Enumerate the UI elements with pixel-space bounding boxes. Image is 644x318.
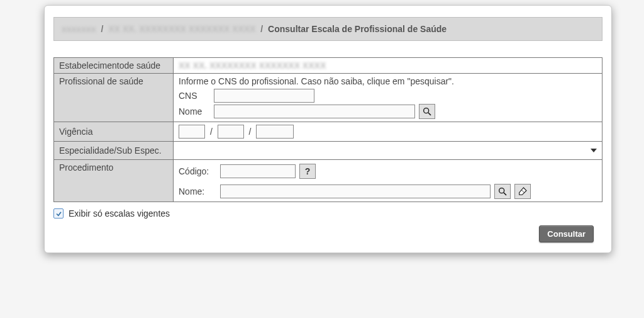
especialidade-cell	[174, 142, 602, 160]
codigo-input[interactable]	[220, 164, 296, 178]
breadcrumb-separator: /	[258, 24, 265, 34]
svg-point-2	[499, 188, 504, 193]
exibir-vigentes-checkbox[interactable]	[53, 208, 64, 219]
magnifier-icon	[497, 186, 508, 196]
date-separator: /	[247, 127, 254, 137]
date-separator: /	[208, 127, 215, 137]
vigencia-month-input[interactable]	[218, 125, 244, 139]
chevron-down-icon	[591, 149, 597, 152]
eraser-icon	[518, 186, 528, 196]
checkbox-row: Exibir só escalas vigentes	[53, 208, 602, 219]
label-especialidade: Especialidade/Sub Espec.	[54, 142, 174, 160]
cns-input[interactable]	[214, 89, 314, 103]
breadcrumb-item-1[interactable]: xxxxxxx	[62, 24, 96, 34]
breadcrumb-separator: /	[98, 24, 106, 34]
svg-point-0	[424, 108, 429, 113]
svg-line-3	[504, 193, 506, 195]
vigencia-year-input[interactable]	[256, 125, 294, 139]
label-procedimento: Procedimento	[54, 160, 174, 202]
search-profissional-button[interactable]	[419, 104, 435, 119]
profissional-hint: Informe o CNS do profissional. Caso não …	[179, 76, 597, 86]
breadcrumb-current: Consultar Escala de Profissional de Saúd…	[268, 24, 447, 34]
breadcrumb: xxxxxxx / XX XX. XXXXXXXX XXXXXXX XXXX /…	[53, 17, 602, 41]
especialidade-select[interactable]	[175, 143, 601, 158]
search-procedimento-button[interactable]	[494, 184, 511, 199]
label-estabelecimento: Estabelecimentode saúde	[54, 58, 174, 74]
clear-procedimento-button[interactable]	[514, 184, 531, 199]
svg-line-1	[428, 113, 431, 115]
magnifier-icon	[422, 106, 432, 116]
vigencia-cell: / /	[174, 122, 602, 142]
check-icon	[55, 210, 62, 217]
vigencia-day-input[interactable]	[179, 125, 205, 139]
procedimento-nome-label: Nome:	[179, 186, 216, 196]
form-table: Estabelecimentode saúde XX XX. XXXXXXXX …	[53, 57, 602, 202]
profissional-cell: Informe o CNS do profissional. Caso não …	[174, 74, 602, 122]
nome-label: Nome	[179, 106, 210, 116]
question-icon: ?	[305, 166, 311, 176]
procedimento-nome-input[interactable]	[220, 185, 491, 198]
nome-input[interactable]	[214, 105, 415, 118]
procedimento-cell: Código: ? Nome:	[174, 160, 602, 202]
exibir-vigentes-label: Exibir só escalas vigentes	[69, 208, 170, 219]
value-estabelecimento-cell: XX XX. XXXXXXXX XXXXXXX XXXX	[174, 58, 602, 74]
form-panel: xxxxxxx / XX XX. XXXXXXXX XXXXXXX XXXX /…	[44, 5, 612, 253]
label-vigencia: Vigência	[54, 122, 174, 142]
consultar-button[interactable]: Consultar	[539, 225, 594, 242]
codigo-label: Código:	[179, 166, 216, 176]
cns-label: CNS	[179, 91, 210, 101]
help-codigo-button[interactable]: ?	[299, 164, 316, 179]
label-profissional: Profissional de saúde	[54, 74, 174, 122]
value-estabelecimento: XX XX. XXXXXXXX XXXXXXX XXXX	[179, 60, 326, 71]
breadcrumb-item-2[interactable]: XX XX. XXXXXXXX XXXXXXX XXXX	[108, 24, 255, 34]
